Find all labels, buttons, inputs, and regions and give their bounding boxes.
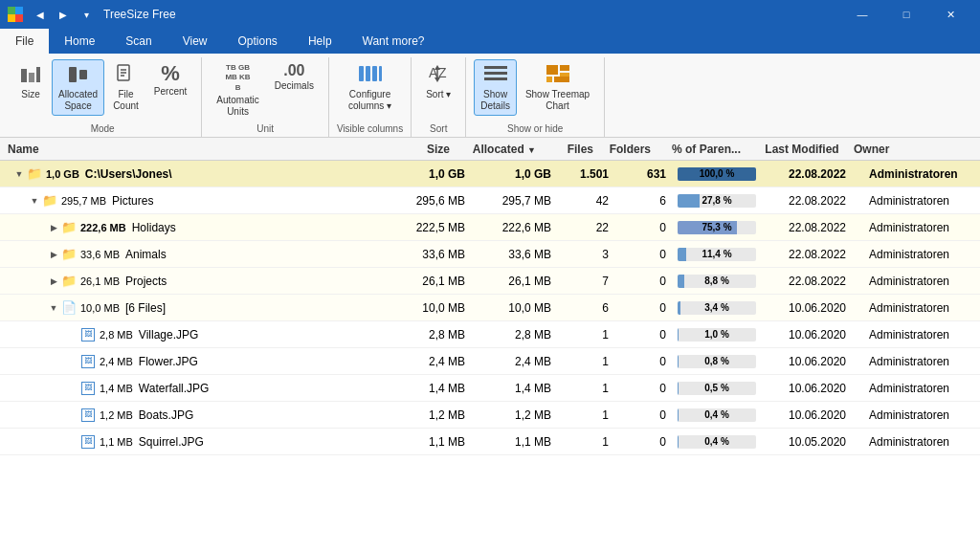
percent-bar-container-5: 3,4 %	[674, 301, 760, 315]
tab-scan[interactable]: Scan	[110, 29, 167, 54]
files-7: 1	[559, 355, 616, 368]
percent-bar-fill-5	[678, 301, 680, 315]
folders-10: 0	[616, 435, 674, 449]
col-header-owner: Owner	[850, 143, 965, 156]
percent-bar-container-7: 0,8 %	[674, 355, 760, 368]
percent-3: 11,4 %	[674, 248, 769, 261]
percent-button[interactable]: % Percent	[147, 59, 193, 116]
percent-0: 100,0 %	[674, 167, 769, 181]
nav-buttons: ◀ ▶ ▾	[31, 5, 96, 24]
size-label-8: 1,4 MB	[100, 383, 133, 394]
files-5: 6	[559, 301, 616, 315]
allocated-2: 222,6 MB	[473, 221, 559, 234]
table-row[interactable]: ▶ 📁 222,6 MB Holidays 222,5 MB 222,6 MB …	[0, 214, 980, 241]
expand-btn-1[interactable]: ▼	[27, 193, 42, 209]
show-treemap-button[interactable]: Show TreemapChart	[519, 59, 596, 116]
row-name-2: ▶ 📁 222,6 MB Holidays	[0, 220, 396, 235]
percent-bar-bg-5: 3,4 %	[678, 301, 756, 315]
expand-btn-3[interactable]: ▶	[46, 247, 61, 262]
automatic-units-button[interactable]: TB GBMB KBB AutomaticUnits	[210, 59, 265, 121]
tab-want-more[interactable]: Want more?	[347, 29, 440, 54]
col-header-allocated[interactable]: Allocated ▼	[457, 143, 544, 156]
maximize-button[interactable]: □	[884, 0, 928, 29]
size-0: 1,0 GB	[396, 167, 473, 181]
table-row[interactable]: ▶ 🖼 2,8 MB Village.JPG 2,8 MB 2,8 MB 1 0…	[0, 321, 980, 348]
tab-file[interactable]: File	[0, 29, 49, 54]
percent-bar-container-6: 1,0 %	[674, 328, 760, 342]
back-button[interactable]: ◀	[31, 5, 50, 24]
tab-view[interactable]: View	[167, 29, 223, 54]
size-button[interactable]: Size	[11, 59, 50, 116]
svg-rect-5	[29, 73, 34, 82]
columns-buttons: Configurecolumns ▾	[342, 59, 398, 116]
decimals-button[interactable]: .00 Decimals	[268, 59, 321, 121]
table-body[interactable]: ▼ 📁 1,0 GB C:\Users\Jones\ 1,0 GB 1,0 GB…	[0, 161, 980, 551]
folder-icon-3: 📁	[61, 247, 77, 262]
show-details-button[interactable]: ShowDetails	[474, 59, 517, 116]
owner-3: Administratoren	[865, 248, 980, 261]
size-label-3: 33,6 MB	[80, 249, 120, 260]
table-row[interactable]: ▼ 📁 1,0 GB C:\Users\Jones\ 1,0 GB 1,0 GB…	[0, 161, 980, 187]
percent-bar-fill-7	[678, 355, 679, 368]
allocated-6: 2,8 MB	[473, 328, 559, 342]
col-header-modified: Last Modified	[754, 143, 850, 156]
svg-rect-26	[560, 65, 569, 71]
tab-options[interactable]: Options	[223, 29, 293, 54]
table-row[interactable]: ▶ 🖼 1,1 MB Squirrel.JPG 1,1 MB 1,1 MB 1 …	[0, 429, 980, 455]
percent-text-7: 0,8 %	[704, 356, 729, 366]
expand-btn-4[interactable]: ▶	[46, 274, 61, 289]
files-0: 1.501	[559, 167, 616, 181]
sort-label: Sort ▾	[426, 89, 451, 100]
table-row[interactable]: ▶ 🖼 2,4 MB Flower.JPG 2,4 MB 2,4 MB 1 0 …	[0, 348, 980, 375]
svg-rect-23	[484, 72, 507, 75]
tab-home[interactable]: Home	[49, 29, 110, 54]
close-button[interactable]: ✕	[928, 0, 972, 29]
file-count-button[interactable]: FileCount	[106, 59, 145, 116]
tab-help[interactable]: Help	[293, 29, 347, 54]
svg-rect-8	[79, 70, 87, 79]
forward-button[interactable]: ▶	[54, 5, 73, 24]
table-row[interactable]: ▶ 📁 26,1 MB Projects 26,1 MB 26,1 MB 7 0…	[0, 268, 980, 295]
dropdown-button[interactable]: ▾	[77, 5, 96, 24]
svg-rect-22	[484, 66, 507, 69]
expand-btn-0[interactable]: ▼	[11, 166, 27, 182]
minimize-button[interactable]: —	[840, 0, 884, 29]
name-9: Boats.JPG	[139, 408, 193, 422]
sort-group-label: Sort	[430, 121, 447, 137]
row-name-8: ▶ 🖼 1,4 MB Waterfall.JPG	[0, 381, 396, 396]
size-label-2: 222,6 MB	[80, 222, 126, 233]
allocated-label: AllocatedSpace	[58, 89, 98, 112]
files-10: 1	[559, 435, 616, 449]
table-row[interactable]: ▼ 📄 10,0 MB [6 Files] 10,0 MB 10,0 MB 6 …	[0, 295, 980, 321]
expand-btn-5[interactable]: ▼	[46, 300, 61, 316]
ribbon-tabs: File Home Scan View Options Help Want mo…	[0, 29, 980, 54]
size-7: 2,4 MB	[396, 355, 473, 368]
table-row[interactable]: ▼ 📁 295,7 MB Pictures 295,6 MB 295,7 MB …	[0, 187, 980, 214]
allocated-4: 26,1 MB	[473, 275, 559, 288]
size-1: 295,6 MB	[396, 194, 473, 208]
expand-btn-2[interactable]: ▶	[46, 220, 61, 235]
folders-7: 0	[616, 355, 674, 368]
table-row[interactable]: ▶ 🖼 1,2 MB Boats.JPG 1,2 MB 1,2 MB 1 0 0…	[0, 402, 980, 429]
col-header-percent: % of Paren...	[658, 143, 754, 156]
allocated-sort-arrow: ▼	[527, 145, 536, 155]
configure-columns-button[interactable]: Configurecolumns ▾	[342, 59, 398, 116]
name-5: [6 Files]	[125, 301, 166, 315]
file-count-label: FileCount	[113, 89, 139, 112]
show-details-label: ShowDetails	[480, 89, 510, 112]
owner-10: Administratoren	[865, 435, 980, 449]
modified-0: 22.08.2022	[769, 167, 865, 181]
percent-text-0: 100,0 %	[700, 168, 735, 179]
table-row[interactable]: ▶ 📁 33,6 MB Animals 33,6 MB 33,6 MB 3 0 …	[0, 241, 980, 268]
ribbon-content: Size AllocatedSpace	[0, 54, 980, 137]
modified-3: 22.08.2022	[769, 248, 865, 261]
image-icon-10: 🖼	[80, 434, 96, 450]
sort-button[interactable]: A Z Sort ▾	[419, 59, 457, 104]
allocated-space-button[interactable]: AllocatedSpace	[52, 59, 104, 116]
table-row[interactable]: ▶ 🖼 1,4 MB Waterfall.JPG 1,4 MB 1,4 MB 1…	[0, 375, 980, 402]
percent-bar-container-9: 0,4 %	[674, 408, 760, 422]
percent-bar-bg-8: 0,5 %	[678, 382, 756, 395]
allocated-10: 1,1 MB	[473, 435, 559, 449]
percent-bar-fill-6	[678, 328, 679, 342]
columns-group-label: Visible columns	[337, 121, 403, 137]
